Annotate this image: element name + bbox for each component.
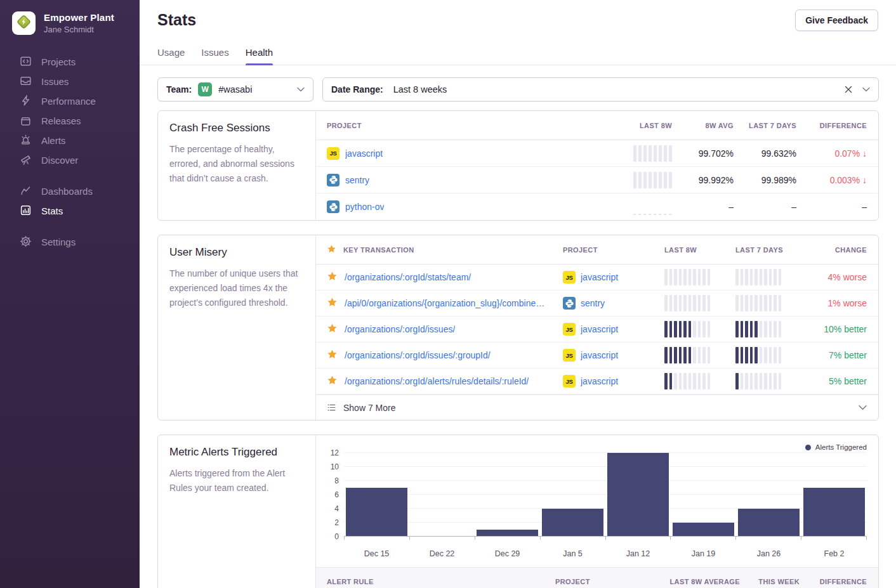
spark-bar bbox=[769, 295, 772, 311]
spark-bar bbox=[750, 321, 753, 337]
star-icon[interactable] bbox=[327, 323, 338, 336]
project-link[interactable]: javascript bbox=[581, 272, 618, 282]
col-change: CHANGE bbox=[807, 246, 867, 254]
spark-bar bbox=[708, 347, 711, 363]
close-icon[interactable] bbox=[845, 86, 852, 93]
spark-bar bbox=[683, 295, 687, 311]
table-row: /organizations/:orgId/alerts/rules/detai… bbox=[316, 369, 878, 395]
project-link[interactable]: javascript bbox=[345, 148, 383, 159]
javascript-platform-icon: JS bbox=[563, 349, 576, 362]
project-link[interactable]: javascript bbox=[581, 376, 618, 386]
col-last-8w-average: LAST 8W AVERAGE bbox=[663, 578, 740, 585]
star-icon[interactable] bbox=[327, 271, 338, 284]
sidebar-item-alerts[interactable]: Alerts bbox=[0, 131, 140, 150]
show-more-row[interactable]: Show 7 More bbox=[316, 395, 878, 420]
spark-bar bbox=[702, 373, 706, 389]
sidebar-item-dashboards[interactable]: Dashboards bbox=[0, 181, 140, 201]
sidebar-item-label: Settings bbox=[41, 237, 76, 247]
page-body: Team: W #wasabi Date Range: Last 8 weeks… bbox=[140, 65, 896, 588]
chart-bar[interactable] bbox=[803, 488, 866, 537]
sidebar-item-releases[interactable]: Releases bbox=[0, 111, 140, 131]
y-tick-label: 4 bbox=[334, 504, 339, 513]
panel-desc-text: The number of unique users that experien… bbox=[169, 266, 304, 310]
project-link[interactable]: javascript bbox=[581, 324, 618, 334]
spark-bar bbox=[760, 373, 763, 389]
show-more-label: Show 7 More bbox=[343, 403, 395, 413]
chart-bar[interactable] bbox=[607, 453, 669, 537]
spark-bar bbox=[769, 321, 772, 337]
tab-issues[interactable]: Issues bbox=[201, 47, 228, 65]
project-link[interactable]: javascript bbox=[581, 350, 618, 360]
team-select[interactable]: Team: W #wasabi bbox=[157, 77, 313, 101]
star-icon[interactable] bbox=[327, 375, 338, 388]
transaction-link[interactable]: /organizations/:orgId/stats/team/ bbox=[345, 272, 471, 282]
team-value: #wasabi bbox=[218, 84, 291, 95]
star-icon[interactable] bbox=[327, 297, 338, 310]
sidebar-item-stats[interactable]: Stats bbox=[0, 201, 140, 221]
col-alert-rule: ALERT RULE bbox=[327, 578, 555, 585]
org-switcher[interactable]: Empower Plant Jane Schmidt bbox=[0, 0, 140, 35]
chart-bar[interactable] bbox=[673, 523, 735, 537]
avg-8w-value: – bbox=[672, 202, 734, 212]
arrow-down-icon: ↓ bbox=[862, 175, 867, 185]
spark-bar bbox=[702, 295, 706, 311]
spark-bar bbox=[638, 145, 642, 162]
chevron-down-icon[interactable] bbox=[859, 405, 867, 410]
crash-free-table: PROJECT LAST 8W 8W AVG LAST 7 DAYS DIFFE… bbox=[316, 111, 878, 220]
spark-bar bbox=[679, 269, 682, 285]
tab-health[interactable]: Health bbox=[246, 47, 273, 65]
transaction-link[interactable]: /organizations/:orgId/alerts/rules/detai… bbox=[345, 376, 529, 386]
date-range-select[interactable]: Date Range: Last 8 weeks bbox=[322, 77, 879, 101]
panel-desc-text: Alerts triggered from the Alert Rules yo… bbox=[169, 466, 304, 495]
spark-bar bbox=[745, 347, 748, 363]
sidebar-item-issues[interactable]: Issues bbox=[0, 72, 140, 91]
spark-bar bbox=[750, 347, 753, 363]
chevron-down-icon[interactable] bbox=[297, 87, 305, 92]
table-row: /organizations/:orgId/issues/:groupId/ J… bbox=[316, 343, 878, 369]
sidebar-item-label: Stats bbox=[41, 206, 63, 216]
tab-usage[interactable]: Usage bbox=[157, 47, 185, 65]
transaction-link[interactable]: /organizations/:orgId/issues/:groupId/ bbox=[345, 350, 491, 360]
axis-tick bbox=[801, 537, 867, 540]
spark-bar bbox=[760, 295, 763, 311]
issues-icon bbox=[20, 75, 32, 89]
table-header: PROJECT LAST 8W 8W AVG LAST 7 DAYS DIFFE… bbox=[316, 111, 878, 140]
chart-bar[interactable] bbox=[738, 509, 800, 537]
spark-bar bbox=[669, 373, 673, 389]
spark-bar bbox=[741, 347, 744, 363]
spark-bar bbox=[679, 321, 682, 337]
project-link[interactable]: sentry bbox=[581, 298, 605, 308]
spark-bar bbox=[679, 347, 682, 363]
chevron-down-icon[interactable] bbox=[862, 87, 870, 92]
sidebar-item-settings[interactable]: Settings bbox=[0, 232, 140, 252]
give-feedback-button[interactable]: Give Feedback bbox=[795, 10, 878, 31]
spark-bar bbox=[659, 145, 662, 162]
col-this-week: THIS WEEK bbox=[740, 578, 800, 585]
star-icon[interactable] bbox=[327, 349, 338, 362]
project-link[interactable]: sentry bbox=[345, 175, 369, 185]
sidebar-item-performance[interactable]: Performance bbox=[0, 91, 140, 111]
org-logo bbox=[12, 11, 36, 35]
chart-plot bbox=[344, 453, 867, 537]
sidebar-item-discover[interactable]: Discover bbox=[0, 150, 140, 170]
sparkline bbox=[664, 295, 710, 311]
nav-gap bbox=[0, 221, 140, 232]
sparkline bbox=[633, 172, 672, 188]
spark-bar bbox=[688, 321, 692, 337]
transaction-link[interactable]: /api/0/organizations/{organization_slug}… bbox=[345, 298, 544, 308]
javascript-platform-icon: JS bbox=[327, 147, 339, 160]
chart-bar[interactable] bbox=[346, 488, 408, 537]
sparkline bbox=[664, 373, 710, 389]
project-link[interactable]: python-ov bbox=[345, 202, 384, 212]
spark-bar bbox=[688, 373, 692, 389]
spark-bar bbox=[654, 172, 657, 188]
transaction-link[interactable]: /organizations/:orgId/issues/ bbox=[345, 324, 455, 334]
chart-bar[interactable] bbox=[477, 530, 539, 537]
spark-bar bbox=[654, 145, 657, 162]
sidebar-item-projects[interactable]: Projects bbox=[0, 52, 140, 72]
spark-bar bbox=[674, 321, 677, 337]
spark-bar bbox=[649, 172, 652, 188]
chart-bar-slot bbox=[540, 453, 605, 537]
chart-bar[interactable] bbox=[542, 509, 604, 537]
col-8w-avg: 8W AVG bbox=[672, 122, 734, 129]
